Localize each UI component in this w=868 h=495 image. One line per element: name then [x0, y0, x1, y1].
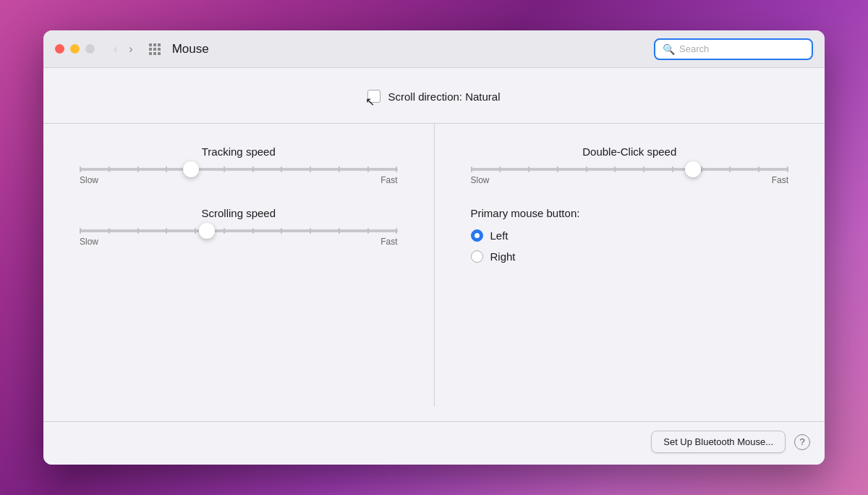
search-input[interactable] — [679, 43, 804, 54]
tick — [528, 166, 529, 172]
tick — [252, 228, 254, 234]
radio-right-label: Right — [490, 250, 516, 263]
minimize-button[interactable] — [70, 44, 80, 54]
double-click-speed-label: Double-Click speed — [582, 145, 676, 158]
footer: Set Up Bluetooth Mouse... ? — [43, 421, 825, 465]
cursor-icon: ↖ — [365, 95, 375, 109]
radio-left-circle[interactable] — [471, 229, 483, 242]
grid-dot — [158, 43, 161, 46]
tick — [672, 166, 673, 172]
tick — [614, 166, 616, 172]
double-click-thumb[interactable] — [685, 161, 701, 177]
tick — [367, 228, 369, 234]
tick — [137, 166, 139, 172]
titlebar: ‹ › Mouse 🔍 — [43, 30, 825, 68]
tick — [281, 228, 282, 234]
tracking-slow-label: Slow — [80, 175, 98, 185]
tick — [80, 166, 81, 172]
tracking-speed-label: Tracking speed — [202, 145, 276, 158]
radio-option-right[interactable]: Right — [471, 250, 516, 263]
left-panel: Tracking speed — [43, 124, 435, 407]
scroll-direction-label: Scroll direction: Natural — [388, 90, 500, 103]
back-button[interactable]: ‹ — [109, 41, 122, 58]
window-title: Mouse — [172, 42, 645, 56]
scrolling-fast-label: Fast — [380, 237, 397, 247]
tracking-fast-label: Fast — [380, 175, 397, 185]
radio-right-circle[interactable] — [471, 250, 483, 263]
tick — [396, 166, 397, 172]
tick — [729, 166, 731, 172]
grid-dot — [158, 48, 161, 51]
tick — [109, 166, 110, 172]
double-click-slow-label: Slow — [471, 175, 490, 185]
double-click-track[interactable] — [471, 168, 789, 171]
tick — [586, 166, 587, 172]
main-settings: Tracking speed — [43, 124, 825, 407]
tick — [339, 228, 340, 234]
grid-dot — [153, 43, 156, 46]
scrolling-slow-label: Slow — [80, 237, 98, 247]
tick — [109, 228, 110, 234]
double-click-labels: Slow Fast — [471, 175, 789, 185]
double-click-slider-container: Slow Fast — [471, 168, 789, 185]
slider-ticks — [471, 168, 789, 171]
traffic-lights — [55, 44, 95, 54]
grid-dot — [153, 48, 156, 51]
tick — [396, 228, 397, 234]
grid-dot — [149, 52, 152, 55]
radio-option-left[interactable]: Left — [471, 229, 516, 242]
tick — [252, 166, 254, 172]
tick — [367, 166, 369, 172]
content-area: ↖ Scroll direction: Natural Tracking spe… — [43, 68, 825, 421]
forward-button[interactable]: › — [124, 41, 137, 58]
radio-left-label: Left — [490, 229, 509, 242]
tracking-speed-group: Tracking speed — [80, 145, 398, 185]
tick — [758, 166, 760, 172]
search-icon: 🔍 — [663, 43, 675, 55]
grid-dot — [158, 52, 161, 55]
right-panel: Double-Click speed — [435, 124, 825, 407]
tick — [557, 166, 558, 172]
tick — [339, 166, 340, 172]
scroll-direction-checkbox[interactable]: ↖ — [367, 90, 380, 103]
tick — [195, 228, 196, 234]
primary-mouse-button-label: Primary mouse button: — [471, 207, 580, 219]
bluetooth-button[interactable]: Set Up Bluetooth Mouse... — [651, 431, 786, 453]
maximize-button[interactable] — [85, 44, 95, 54]
scrolling-speed-labels: Slow Fast — [80, 237, 398, 247]
nav-buttons: ‹ › — [109, 41, 137, 58]
help-button[interactable]: ? — [794, 434, 810, 450]
grid-dot — [153, 52, 156, 55]
tick — [224, 228, 225, 234]
close-button[interactable] — [55, 44, 64, 54]
tick — [166, 166, 167, 172]
search-box[interactable]: 🔍 — [654, 38, 813, 60]
tick — [80, 228, 81, 234]
scrolling-speed-track[interactable] — [80, 229, 398, 232]
tick — [310, 166, 311, 172]
grid-dot — [149, 43, 152, 46]
primary-mouse-button-group: Primary mouse button: Left Right — [471, 207, 789, 263]
tick — [281, 166, 282, 172]
tick — [643, 166, 644, 172]
scrolling-speed-thumb[interactable] — [199, 223, 215, 239]
slider-ticks — [80, 229, 398, 232]
primary-button-options: Left Right — [471, 229, 516, 263]
tracking-speed-track[interactable] — [80, 168, 398, 171]
grid-dot — [149, 48, 152, 51]
slider-ticks — [80, 168, 398, 171]
scrolling-speed-label: Scrolling speed — [201, 207, 276, 219]
tick — [310, 228, 311, 234]
tracking-speed-slider-container: Slow Fast — [80, 168, 398, 185]
double-click-speed-group: Double-Click speed — [471, 145, 789, 185]
tick — [787, 166, 788, 172]
tick — [166, 228, 167, 234]
tracking-speed-labels: Slow Fast — [80, 175, 398, 185]
tick — [499, 166, 501, 172]
scroll-direction-row: ↖ Scroll direction: Natural — [367, 90, 500, 103]
tracking-speed-thumb[interactable] — [183, 161, 199, 177]
double-click-fast-label: Fast — [772, 175, 788, 185]
grid-icon[interactable] — [149, 43, 161, 55]
main-window: ‹ › Mouse 🔍 ↖ Scroll direction: Natural — [43, 30, 825, 465]
tick — [471, 166, 472, 172]
